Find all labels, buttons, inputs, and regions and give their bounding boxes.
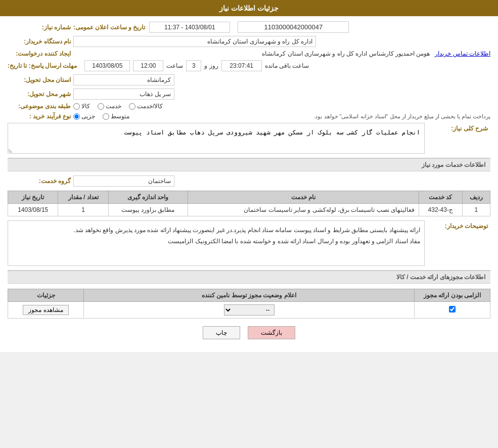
page-wrapper: جزئیات اطلاعات نیاز 1103000042000047 140…: [0, 0, 498, 352]
licenses-section-title: اطلاعات مجوزهای ارائه خدمت / کالا: [8, 270, 490, 284]
process-mottavasset: متوسط: [103, 113, 129, 120]
process-jozvi: جزیی: [73, 113, 95, 120]
buyer-org-label: نام دستگاه خریدار:: [8, 38, 73, 45]
licenses-table: الزامی بودن ارائه مجوز اعلام وضعیت مجوز …: [8, 289, 490, 319]
radio-jozvi[interactable]: [73, 113, 80, 120]
services-section-title: اطلاعات خدمات مورد نیاز: [8, 158, 490, 171]
col-status: اعلام وضعیت مجوز توسط نامین کننده: [84, 289, 415, 302]
licenses-table-wrapper: الزامی بودن ارائه مجوز اعلام وضعیت مجوز …: [8, 289, 490, 319]
response-date-label: مهلت ارسال پاسخ: تا تاریخ:: [8, 62, 79, 69]
radio-kala[interactable]: [73, 103, 80, 110]
col-quantity: تعداد / مقدار: [58, 191, 108, 204]
buyer-desc-row: توضیحات خریدار: ارائه پیشنهاد بایستی مطا…: [8, 220, 490, 266]
contact-link[interactable]: اطلاعات تماس خریدار: [435, 50, 490, 57]
back-button[interactable]: بازگشت: [248, 326, 295, 339]
cell-row-num: 1: [462, 204, 490, 216]
response-days-label: روز و: [204, 62, 218, 69]
service-group-value: ساختمان: [73, 175, 174, 187]
need-desc-textarea[interactable]: انجام عملیات گاز کشی سه بلوک از مسکن مهر…: [8, 123, 425, 154]
province-row: کرمانشاه استان محل تحویل:: [8, 74, 490, 85]
page-title: جزئیات اطلاعات نیاز: [219, 4, 279, 12]
col-row-num: ردیف: [462, 191, 490, 204]
cell-status: --: [84, 302, 415, 319]
response-time-label: ساعت: [166, 62, 183, 69]
col-unit: واحد اندازه گیری: [108, 191, 188, 204]
date-value: 1403/08/01 - 11:37: [149, 22, 230, 33]
response-remain-value: 23:07:41: [221, 60, 262, 71]
cell-required: [415, 302, 490, 319]
page-header: جزئیات اطلاعات نیاز: [0, 0, 498, 16]
services-table: ردیف کد خدمت نام خدمت واحد اندازه گیری ت…: [8, 191, 490, 216]
city-label: شهر محل تحویل:: [8, 91, 73, 98]
main-content: 1103000042000047 1403/08/01 - 11:37 تاری…: [0, 16, 498, 352]
table-row: 1 ج-43-432 فعالیتهای نصب تاسیسات برق، لو…: [8, 204, 490, 216]
col-service-name: نام خدمت: [188, 191, 419, 204]
view-license-button[interactable]: مشاهده مجوز: [23, 305, 68, 315]
process-note: پرداخت تمام یا بخشی از مبلغ خریدار از مح…: [134, 113, 490, 120]
bottom-buttons: بازگشت چاپ: [8, 326, 490, 339]
service-group-row: ساختمان گروه خدمت:: [8, 175, 490, 187]
buyer-desc-label: توضیحات خریدار:: [425, 222, 490, 230]
cell-service-name: فعالیتهای نصب تاسیسات برق، لوله‌کشی و سا…: [188, 204, 419, 216]
province-label: استان محل تحویل:: [8, 76, 73, 83]
process-row: پرداخت تمام یا بخشی از مبلغ خریدار از مح…: [8, 113, 490, 120]
process-label: نوع فرآیند خرید :: [8, 113, 73, 120]
city-value: سر پل ذهاب: [73, 88, 174, 100]
buyer-org-row: اداره کل راه و شهرسازی استان کرمانشاه نا…: [8, 36, 490, 47]
col-required: الزامی بودن ارائه مجوز: [415, 289, 490, 302]
required-checkbox[interactable]: [449, 306, 456, 312]
cell-quantity: 1: [58, 204, 108, 216]
need-number-label: شماره نیاز:: [8, 24, 73, 31]
process-radio-group: متوسط جزیی: [73, 113, 129, 120]
date-label: تاریخ و ساعت اعلان عمومی:: [73, 24, 145, 31]
category-label: طبقه بندی موضوعی:: [8, 103, 73, 110]
response-date-row: ساعت باقی مانده 23:07:41 روز و 3 ساعت 12…: [8, 60, 490, 71]
need-number-row: 1103000042000047 1403/08/01 - 11:37 تاری…: [8, 21, 490, 33]
category-kala-khedmat: کالا/خدمت: [129, 103, 163, 110]
col-service-code: کد خدمت: [419, 191, 462, 204]
service-group-label: گروه خدمت:: [8, 177, 73, 185]
response-date-value: 1403/08/05: [84, 60, 130, 71]
cell-details: مشاهده مجوز: [8, 302, 84, 319]
radio-khedmat[interactable]: [98, 103, 104, 110]
response-remain-label: ساعت باقی مانده: [265, 62, 309, 69]
radio-kala-khedmat[interactable]: [129, 103, 135, 110]
category-khedmat: خدمت: [98, 103, 121, 110]
radio-mottavasset[interactable]: [103, 113, 109, 120]
need-desc-label: شرح کلی نیاز:: [425, 125, 490, 132]
response-time-value: 12:00: [133, 60, 163, 71]
category-kala: کالا: [73, 103, 90, 110]
print-button[interactable]: چاپ: [203, 326, 240, 339]
province-value: کرمانشاه: [73, 74, 174, 85]
cell-need-date: 1403/08/15: [8, 204, 58, 216]
need-desc-row: شرح کلی نیاز: انجام عملیات گاز کشی سه بل…: [8, 123, 490, 154]
cell-service-code: ج-43-432: [419, 204, 462, 216]
creator-value: هومن احمدپور کارشناس اداره کل راه و شهرس…: [73, 50, 430, 57]
status-select[interactable]: --: [224, 304, 275, 316]
response-days-value: 3: [186, 60, 201, 71]
creator-label: ایجاد کننده درخواست:: [8, 50, 73, 57]
col-details: جزئیات: [8, 289, 84, 302]
buyer-org-value: اداره کل راه و شهرسازی استان کرمانشاه: [73, 36, 316, 47]
list-item: -- مشاهده مجوز: [8, 302, 490, 319]
category-row: کالا/خدمت خدمت کالا طبقه بندی موضوعی:: [8, 103, 490, 110]
buyer-desc-value: ارائه پیشنهاد بایستی مطابق شرایط و اسناد…: [8, 220, 425, 266]
cell-unit: مطابق براورد پیوست: [108, 204, 188, 216]
col-need-date: تاریخ نیاز: [8, 191, 58, 204]
city-row: سر پل ذهاب شهر محل تحویل:: [8, 88, 490, 100]
category-radio-group: کالا/خدمت خدمت کالا: [73, 103, 163, 110]
need-number-value: 1103000042000047: [238, 21, 349, 33]
creator-row: اطلاعات تماس خریدار هومن احمدپور کارشناس…: [8, 50, 490, 57]
